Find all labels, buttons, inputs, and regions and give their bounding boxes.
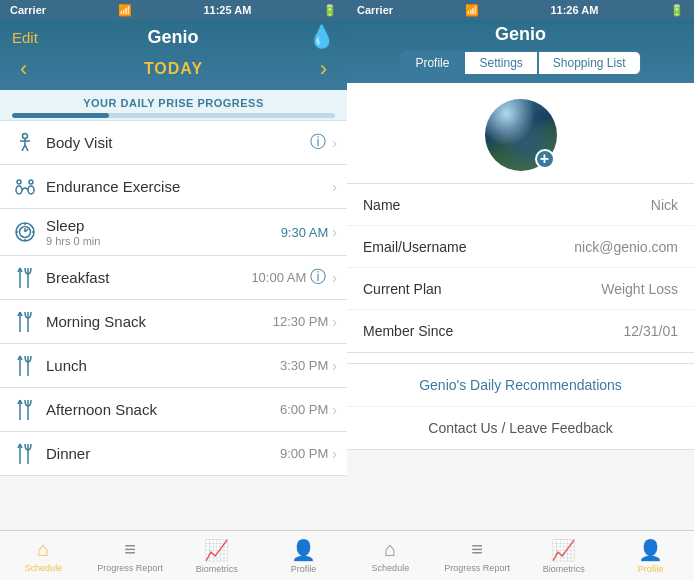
next-day-button[interactable]: › (320, 56, 327, 82)
tab-biometrics-right[interactable]: 📈 Biometrics (521, 531, 608, 580)
carrier-left: Carrier (10, 4, 46, 16)
status-bar-left: Carrier 📶 11:25 AM 🔋 (0, 0, 347, 20)
action-section: Genio's Daily Recommendations Contact Us… (347, 363, 694, 450)
meal-icon (10, 266, 40, 290)
body-icon (10, 131, 40, 155)
progress-section: YOUR DAILY PRISE PROGRESS (0, 90, 347, 121)
list-item[interactable]: Sleep 9 hrs 0 min 9:30 AM › (0, 209, 347, 256)
morning-snack-label: Morning Snack (46, 313, 146, 330)
schedule-tab-label-right: Schedule (372, 563, 410, 573)
tab-bar-right: ⌂ Schedule ≡ Progress Report 📈 Biometric… (347, 530, 694, 580)
profile-info: Name Nick Email/Username nick@genio.com … (347, 183, 694, 353)
body-visit-label: Body Visit (46, 134, 112, 151)
list-item[interactable]: Body Visit ⓘ › (0, 121, 347, 165)
member-since-row: Member Since 12/31/01 (347, 310, 694, 352)
exercise-label: Endurance Exercise (46, 178, 180, 195)
plan-row: Current Plan Weight Loss (347, 268, 694, 310)
meal-icon (10, 354, 40, 378)
breakfast-label: Breakfast (46, 269, 109, 286)
list-item[interactable]: Endurance Exercise › (0, 165, 347, 209)
schedule-tab-label: Schedule (25, 563, 63, 573)
tab-progress-report[interactable]: ≡ Progress Report (87, 531, 174, 580)
profile-icon: 👤 (291, 538, 316, 562)
chevron-icon: › (332, 135, 337, 151)
info-icon-breakfast[interactable]: ⓘ (310, 267, 326, 288)
tab-profile[interactable]: 👤 Profile (260, 531, 347, 580)
contact-us-item[interactable]: Contact Us / Leave Feedback (347, 407, 694, 449)
tab-schedule[interactable]: ⌂ Schedule (0, 531, 87, 580)
signal-icon-right: 📶 (465, 4, 479, 17)
battery-icon-left: 🔋 (323, 4, 337, 17)
info-icon-body[interactable]: ⓘ (310, 132, 326, 153)
tab-settings-tab[interactable]: Settings (464, 51, 537, 75)
progress-icon-right: ≡ (471, 538, 483, 561)
biometrics-tab-label: Biometrics (196, 564, 238, 574)
profile-tab-label-right: Profile (638, 564, 664, 574)
status-bar-right: Carrier 📶 11:26 AM 🔋 (347, 0, 694, 20)
email-row: Email/Username nick@genio.com (347, 226, 694, 268)
exercise-icon (10, 176, 40, 198)
add-photo-button[interactable]: + (535, 149, 555, 169)
avatar-container[interactable]: + (485, 99, 557, 171)
svg-line-4 (25, 145, 28, 151)
app-title-left: Genio (38, 27, 308, 48)
tab-biometrics[interactable]: 📈 Biometrics (174, 531, 261, 580)
list-item[interactable]: Breakfast 10:00 AM ⓘ › (0, 256, 347, 300)
list-item[interactable]: Dinner 9:00 PM › (0, 432, 347, 476)
list-item[interactable]: Afternoon Snack 6:00 PM › (0, 388, 347, 432)
progress-text: YOUR DAILY PRISE PROGRESS (83, 97, 264, 109)
biometrics-tab-label-right: Biometrics (543, 564, 585, 574)
profile-tabs: Profile Settings Shopping List (359, 51, 682, 75)
dinner-label: Dinner (46, 445, 90, 462)
home-icon-right: ⌂ (384, 538, 396, 561)
water-icon: 💧 (308, 24, 335, 50)
sleep-label: Sleep (46, 217, 84, 234)
chevron-icon: › (332, 446, 337, 462)
sleep-icon (10, 220, 40, 244)
chevron-icon: › (332, 402, 337, 418)
tab-schedule-right[interactable]: ⌂ Schedule (347, 531, 434, 580)
tab-profile-tab[interactable]: Profile (400, 51, 464, 75)
list-item[interactable]: Lunch 3:30 PM › (0, 344, 347, 388)
menu-list: Body Visit ⓘ › Endurance Exercise (0, 121, 347, 530)
chevron-icon: › (332, 224, 337, 240)
daily-recommendations-item[interactable]: Genio's Daily Recommendations (347, 364, 694, 407)
afternoon-snack-label: Afternoon Snack (46, 401, 157, 418)
lunch-time: 3:30 PM (280, 358, 328, 373)
chevron-icon: › (332, 358, 337, 374)
chevron-icon: › (332, 179, 337, 195)
email-label: Email/Username (363, 239, 466, 255)
plan-value: Weight Loss (601, 281, 678, 297)
progress-tab-label-right: Progress Report (444, 563, 510, 573)
prev-day-button[interactable]: ‹ (20, 56, 27, 82)
dinner-time: 9:00 PM (280, 446, 328, 461)
email-value: nick@genio.com (574, 239, 678, 255)
chevron-icon: › (332, 270, 337, 286)
left-header: Edit Genio 💧 ‹ TODAY › (0, 20, 347, 90)
svg-line-3 (22, 145, 25, 151)
tab-progress-right[interactable]: ≡ Progress Report (434, 531, 521, 580)
edit-button[interactable]: Edit (12, 29, 38, 46)
biometrics-icon: 📈 (204, 538, 229, 562)
tab-profile-right[interactable]: 👤 Profile (607, 531, 694, 580)
sleep-subtext: 9 hrs 0 min (46, 235, 281, 247)
today-label: TODAY (144, 60, 203, 78)
svg-point-7 (16, 186, 22, 194)
tab-shopping-list-tab[interactable]: Shopping List (538, 51, 641, 75)
meal-icon (10, 310, 40, 334)
signal-icon: 📶 (118, 4, 132, 17)
carrier-right: Carrier (357, 4, 393, 16)
daily-recommendations-link[interactable]: Genio's Daily Recommendations (419, 377, 622, 393)
svg-point-0 (23, 133, 28, 138)
battery-icon-right: 🔋 (670, 4, 684, 17)
afternoon-snack-time: 6:00 PM (280, 402, 328, 417)
sleep-time: 9:30 AM (281, 225, 329, 240)
svg-point-8 (28, 186, 34, 194)
svg-point-6 (29, 180, 33, 184)
list-item[interactable]: Morning Snack 12:30 PM › (0, 300, 347, 344)
profile-tab-label: Profile (291, 564, 317, 574)
profile-icon-right: 👤 (638, 538, 663, 562)
biometrics-icon-right: 📈 (551, 538, 576, 562)
member-since-value: 12/31/01 (624, 323, 679, 339)
progress-bar-fill (12, 113, 109, 118)
